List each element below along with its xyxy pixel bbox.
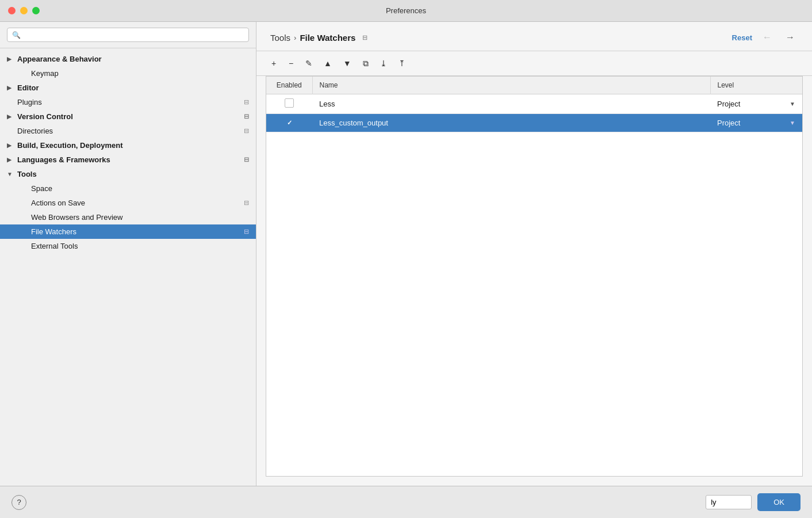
col-header-name: Name — [312, 77, 710, 94]
enabled-checkbox[interactable] — [285, 98, 294, 108]
import-button[interactable]: ⤓ — [375, 56, 392, 71]
sidebar-item-label: Plugins — [17, 98, 42, 106]
search-icon: 🔍 — [12, 31, 21, 39]
move-down-button[interactable]: ▼ — [338, 56, 357, 71]
chevron-right-icon: ▶ — [7, 113, 14, 120]
level-dropdown-arrow[interactable]: ▼ — [790, 101, 795, 107]
sidebar-item-appearance-behavior[interactable]: ▶ Appearance & Behavior — [0, 52, 256, 66]
filter-input[interactable] — [706, 495, 752, 509]
level-dropdown-arrow[interactable]: ▼ — [790, 120, 795, 126]
sidebar-item-keymap[interactable]: Keymap — [0, 66, 256, 81]
chevron-right-icon: ▶ — [7, 157, 14, 163]
copy-button[interactable]: ⧉ — [358, 56, 374, 71]
content-header: Tools › File Watchers ⊟ Reset ← → — [256, 22, 812, 51]
close-button[interactable] — [8, 7, 16, 14]
sidebar-item-label: Appearance & Behavior — [17, 55, 102, 63]
sidebar-item-label: Directories — [17, 127, 53, 135]
sidebar-item-space[interactable]: Space — [0, 181, 256, 196]
chevron-right-icon: ▶ — [7, 56, 14, 62]
move-up-button[interactable]: ▲ — [319, 56, 337, 71]
title-bar: Preferences — [0, 0, 812, 22]
nav-forward-button[interactable]: → — [782, 31, 798, 44]
minimize-button[interactable] — [20, 7, 28, 14]
sidebar-item-label: Keymap — [31, 69, 59, 78]
col-header-enabled: Enabled — [266, 77, 312, 94]
add-button[interactable]: + — [266, 56, 282, 71]
help-button[interactable]: ? — [12, 495, 26, 510]
sidebar-item-label: File Watchers — [31, 227, 76, 236]
breadcrumb-separator: › — [294, 33, 296, 42]
file-watchers-table: Enabled Name Level Less — [266, 76, 803, 477]
export-button[interactable]: ⤒ — [393, 56, 411, 71]
sidebar-item-tools[interactable]: ▼ Tools — [0, 167, 256, 181]
ok-button[interactable]: OK — [757, 493, 800, 511]
sidebar-item-label: External Tools — [31, 242, 78, 250]
chevron-right-icon: ▶ — [7, 85, 14, 91]
sidebar-item-label: Version Control — [17, 112, 73, 121]
main-container: 🔍 ▶ Appearance & Behavior Keymap ▶ Edito… — [0, 22, 812, 486]
sidebar-item-badge: ⊟ — [244, 113, 249, 120]
sidebar-item-file-watchers[interactable]: File Watchers ⊟ — [0, 224, 256, 239]
breadcrumb-icon: ⊟ — [362, 34, 367, 41]
chevron-down-icon: ▼ — [7, 171, 14, 177]
sidebar-item-plugins[interactable]: Plugins ⊟ — [0, 95, 256, 109]
toolbar: + − ✎ ▲ ▼ ⧉ ⤓ ⤒ — [256, 51, 812, 76]
sidebar-item-label: Languages & Frameworks — [17, 155, 110, 164]
chevron-right-icon: ▶ — [7, 142, 14, 148]
sidebar-item-build-execution[interactable]: ▶ Build, Execution, Deployment — [0, 138, 256, 153]
table-cell-name: Less_custom_output — [312, 114, 710, 132]
bottom-right-actions: OK — [706, 493, 800, 511]
table-header-row: Enabled Name Level — [266, 77, 802, 94]
sidebar-item-label: Web Browsers and Preview — [31, 213, 122, 222]
sidebar-item-badge: ⊟ — [244, 98, 249, 106]
table-cell-enabled — [266, 94, 312, 114]
sidebar-item-actions-on-save[interactable]: Actions on Save ⊟ — [0, 196, 256, 210]
sidebar-item-web-browsers[interactable]: Web Browsers and Preview — [0, 210, 256, 224]
sidebar-item-badge: ⊟ — [244, 228, 249, 235]
nav-back-button[interactable]: ← — [759, 31, 775, 44]
sidebar-item-languages-frameworks[interactable]: ▶ Languages & Frameworks ⊟ — [0, 153, 256, 167]
content-area: Tools › File Watchers ⊟ Reset ← → + − ✎ … — [256, 22, 812, 486]
sidebar-item-label: Actions on Save — [31, 199, 85, 207]
table-cell-name: Less — [312, 94, 710, 114]
sidebar-item-external-tools[interactable]: External Tools — [0, 239, 256, 253]
table-cell-level: Project ▼ — [710, 94, 802, 114]
table-cell-enabled — [266, 114, 312, 132]
edit-button[interactable]: ✎ — [300, 56, 317, 71]
sidebar-item-label: Space — [31, 184, 52, 193]
table: Enabled Name Level Less — [266, 77, 802, 132]
window-controls — [8, 7, 40, 14]
sidebar-item-label: Tools — [17, 170, 37, 178]
header-actions: Reset ← → — [732, 31, 798, 44]
sidebar-item-badge: ⊟ — [244, 127, 249, 135]
search-wrapper[interactable]: 🔍 — [7, 28, 249, 42]
sidebar: 🔍 ▶ Appearance & Behavior Keymap ▶ Edito… — [0, 22, 256, 486]
sidebar-item-directories[interactable]: Directories ⊟ — [0, 124, 256, 138]
table-row[interactable]: Less_custom_output Project ▼ — [266, 114, 802, 132]
reset-button[interactable]: Reset — [732, 33, 752, 42]
maximize-button[interactable] — [32, 7, 40, 14]
sidebar-item-badge: ⊟ — [244, 156, 249, 163]
search-bar: 🔍 — [0, 22, 256, 48]
sidebar-item-label: Editor — [17, 83, 39, 92]
breadcrumb-current: File Watchers — [300, 33, 355, 43]
enabled-checkbox[interactable] — [285, 119, 294, 128]
breadcrumb-parent: Tools — [270, 33, 290, 43]
sidebar-item-badge: ⊟ — [244, 199, 249, 207]
nav-list: ▶ Appearance & Behavior Keymap ▶ Editor … — [0, 48, 256, 486]
sidebar-item-version-control[interactable]: ▶ Version Control ⊟ — [0, 109, 256, 124]
sidebar-item-label: Build, Execution, Deployment — [17, 141, 122, 150]
search-input[interactable] — [24, 31, 244, 39]
col-header-level: Level — [710, 77, 802, 94]
bottom-bar: ? OK — [0, 486, 812, 518]
table-cell-level: Project ▼ — [710, 114, 802, 132]
sidebar-item-editor[interactable]: ▶ Editor — [0, 81, 256, 95]
window-title: Preferences — [386, 6, 426, 15]
breadcrumb: Tools › File Watchers ⊟ — [270, 33, 367, 43]
remove-button[interactable]: − — [283, 56, 299, 71]
table-row[interactable]: Less Project ▼ — [266, 94, 802, 114]
